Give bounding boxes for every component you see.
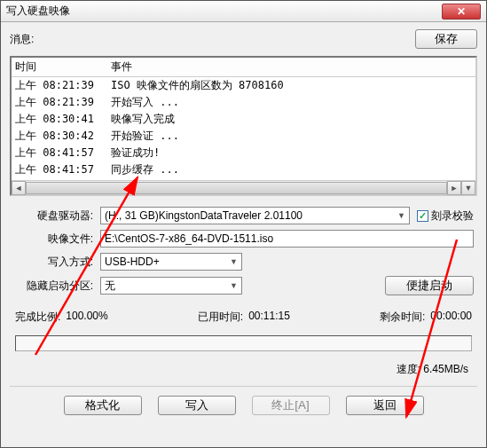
speed-label: 速度:	[397, 363, 420, 375]
progress-bar	[15, 335, 472, 351]
close-icon: ✕	[457, 5, 466, 18]
log-time: 上午 08:41:57	[15, 162, 111, 177]
image-label: 映像文件:	[13, 232, 93, 247]
verify-checkbox[interactable]: ✓ 刻录校验	[417, 208, 474, 224]
chevron-down-icon: ▼	[226, 257, 238, 266]
horizontal-scrollbar[interactable]: ◄ ► ▼	[12, 180, 475, 194]
log-line: 上午 08:30:42开始验证 ...	[12, 128, 475, 145]
log-line: 上午 08:21:39开始写入 ...	[12, 94, 475, 111]
log-event: ISO 映像文件的扇区数为 8708160	[111, 78, 472, 93]
hidden-boot-label: 隐藏启动分区:	[13, 279, 93, 294]
write-method-value: USB-HDD+	[105, 255, 160, 268]
log-time: 上午 08:21:39	[15, 95, 111, 110]
log-line: 上午 08:21:39ISO 映像文件的扇区数为 8708160	[12, 77, 475, 94]
log-event: 同步缓存 ...	[111, 162, 472, 177]
done-ratio-label: 完成比例:	[15, 310, 60, 325]
speed-value: 6.45MB/s	[423, 363, 468, 375]
abort-button: 终止[A]	[252, 396, 330, 415]
drive-value: (H:, 31 GB)KingstonDataTraveler 2.01100	[105, 209, 302, 222]
back-button[interactable]: 返回	[346, 396, 424, 415]
log-time: 上午 08:21:39	[15, 78, 111, 93]
chevron-down-icon: ▼	[394, 211, 405, 220]
write-method-label: 写入方式:	[13, 255, 93, 270]
close-button[interactable]: ✕	[442, 4, 481, 20]
log-event: 开始验证 ...	[111, 129, 472, 144]
write-button[interactable]: 写入	[158, 396, 236, 415]
check-icon: ✓	[417, 210, 428, 222]
log-header-time: 时间	[15, 59, 111, 75]
chevron-down-icon: ▼	[226, 281, 238, 290]
log-line: 上午 08:30:41映像写入完成	[12, 111, 475, 128]
log-line: 上午 08:41:57同步缓存 ...	[12, 161, 475, 178]
log-event: 验证成功!	[111, 145, 472, 161]
log-time: 上午 08:41:57	[15, 145, 111, 161]
message-label: 消息:	[10, 32, 34, 47]
drive-label: 硬盘驱动器:	[13, 208, 93, 224]
save-button[interactable]: 保存	[415, 29, 477, 49]
elapsed-value: 00:11:15	[248, 310, 290, 325]
image-field[interactable]: E:\CentOS-7-x86_64-DVD-1511.iso	[100, 230, 474, 248]
log-body[interactable]: 上午 08:21:39ISO 映像文件的扇区数为 8708160上午 08:21…	[12, 77, 475, 180]
hidden-boot-value: 无	[105, 279, 115, 294]
scroll-right-icon[interactable]: ►	[447, 181, 461, 195]
log-time: 上午 08:30:42	[15, 129, 111, 144]
write-method-combo[interactable]: USB-HDD+ ▼	[100, 253, 242, 271]
log-panel: 时间 事件 上午 08:21:39ISO 映像文件的扇区数为 8708160上午…	[10, 56, 477, 196]
log-time: 上午 08:30:41	[15, 112, 111, 127]
elapsed-label: 已用时间:	[198, 310, 243, 325]
scroll-down-icon[interactable]: ▼	[461, 181, 475, 195]
verify-label: 刻录校验	[431, 208, 474, 224]
drive-combo[interactable]: (H:, 31 GB)KingstonDataTraveler 2.01100 …	[100, 207, 410, 224]
log-event: 映像写入完成	[111, 112, 472, 127]
hidden-boot-combo[interactable]: 无 ▼	[100, 277, 242, 295]
titlebar: 写入硬盘映像 ✕	[1, 1, 486, 22]
done-ratio-value: 100.00%	[66, 310, 107, 325]
log-header-event: 事件	[111, 59, 472, 75]
convenient-boot-button[interactable]: 便捷启动	[385, 276, 474, 295]
scroll-left-icon[interactable]: ◄	[12, 181, 26, 195]
remaining-label: 剩余时间:	[380, 310, 425, 325]
log-event: 开始写入 ...	[111, 95, 472, 110]
image-value: E:\CentOS-7-x86_64-DVD-1511.iso	[105, 232, 273, 245]
window-title: 写入硬盘映像	[6, 4, 442, 19]
format-button[interactable]: 格式化	[64, 396, 142, 415]
log-line: 上午 08:41:57验证成功!	[12, 145, 475, 161]
remaining-value: 00:00:00	[430, 310, 472, 325]
